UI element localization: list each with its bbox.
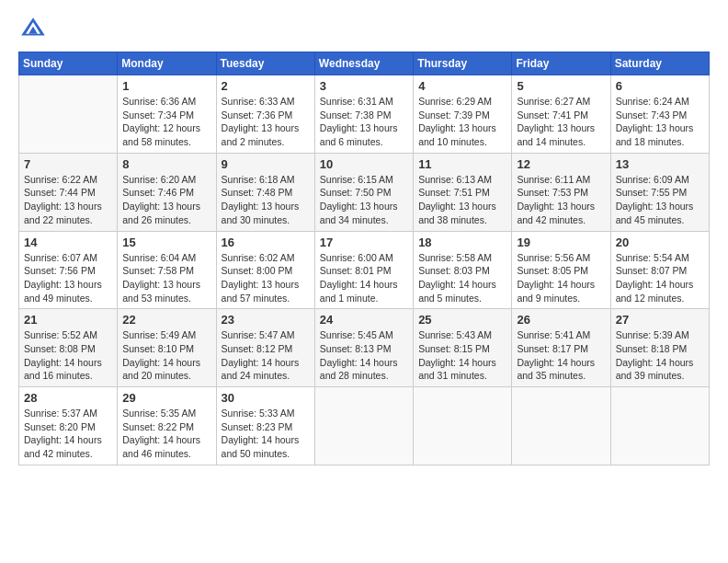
day-number: 15 (122, 236, 210, 249)
col-header-wednesday: Wednesday (314, 52, 413, 75)
col-header-saturday: Saturday (610, 52, 709, 75)
calendar-cell (512, 387, 610, 465)
day-number: 12 (517, 157, 605, 171)
calendar-cell: 5Sunrise: 6:27 AMSunset: 7:41 PMDaylight… (512, 75, 610, 154)
calendar-cell: 17Sunrise: 6:00 AMSunset: 8:01 PMDayligh… (314, 231, 413, 309)
week-row-1: 7Sunrise: 6:22 AMSunset: 7:44 PMDaylight… (19, 153, 710, 231)
day-info: Sunrise: 5:39 AMSunset: 8:18 PMDaylight:… (616, 328, 704, 383)
day-info: Sunrise: 5:52 AMSunset: 8:08 PMDaylight:… (24, 328, 112, 383)
calendar-cell: 9Sunrise: 6:18 AMSunset: 7:48 PMDaylight… (216, 153, 314, 231)
day-number: 2 (222, 79, 310, 93)
calendar-cell: 3Sunrise: 6:31 AMSunset: 7:38 PMDaylight… (314, 75, 413, 154)
header-row: SundayMondayTuesdayWednesdayThursdayFrid… (19, 52, 710, 75)
day-info: Sunrise: 6:04 AMSunset: 7:58 PMDaylight:… (122, 251, 210, 305)
calendar-cell (414, 387, 512, 465)
day-info: Sunrise: 6:22 AMSunset: 7:44 PMDaylight:… (24, 173, 112, 227)
week-row-0: 1Sunrise: 6:36 AMSunset: 7:34 PMDaylight… (19, 75, 710, 154)
day-number: 13 (616, 157, 704, 171)
calendar-cell: 11Sunrise: 6:13 AMSunset: 7:51 PMDayligh… (414, 153, 512, 231)
day-number: 26 (517, 313, 605, 327)
day-info: Sunrise: 6:02 AMSunset: 8:00 PMDaylight:… (222, 251, 310, 305)
day-number: 17 (320, 236, 408, 249)
calendar-cell: 16Sunrise: 6:02 AMSunset: 8:00 PMDayligh… (216, 231, 314, 309)
day-number: 29 (122, 391, 210, 405)
calendar-cell: 20Sunrise: 5:54 AMSunset: 8:07 PMDayligh… (610, 231, 709, 309)
day-info: Sunrise: 5:47 AMSunset: 8:12 PMDaylight:… (222, 328, 310, 383)
day-info: Sunrise: 6:27 AMSunset: 7:41 PMDaylight:… (517, 95, 605, 149)
calendar-cell: 4Sunrise: 6:29 AMSunset: 7:39 PMDaylight… (414, 75, 512, 154)
day-number: 25 (418, 313, 506, 327)
day-number: 5 (517, 79, 605, 93)
week-row-4: 28Sunrise: 5:37 AMSunset: 8:20 PMDayligh… (19, 387, 710, 465)
day-info: Sunrise: 6:15 AMSunset: 7:50 PMDaylight:… (320, 173, 408, 227)
col-header-friday: Friday (512, 52, 610, 75)
day-info: Sunrise: 6:07 AMSunset: 7:56 PMDaylight:… (24, 251, 112, 305)
day-number: 14 (24, 236, 112, 249)
day-number: 27 (616, 313, 704, 327)
day-number: 28 (24, 391, 112, 405)
calendar-cell: 26Sunrise: 5:41 AMSunset: 8:17 PMDayligh… (512, 309, 610, 387)
day-number: 11 (418, 157, 506, 171)
calendar-cell: 7Sunrise: 6:22 AMSunset: 7:44 PMDaylight… (19, 153, 118, 231)
calendar-cell: 27Sunrise: 5:39 AMSunset: 8:18 PMDayligh… (610, 309, 709, 387)
page: SundayMondayTuesdayWednesdayThursdayFrid… (0, 0, 728, 563)
day-info: Sunrise: 5:43 AMSunset: 8:15 PMDaylight:… (418, 328, 506, 383)
col-header-thursday: Thursday (414, 52, 512, 75)
day-info: Sunrise: 5:35 AMSunset: 8:22 PMDaylight:… (122, 407, 210, 461)
calendar-cell: 10Sunrise: 6:15 AMSunset: 7:50 PMDayligh… (314, 153, 413, 231)
day-info: Sunrise: 5:41 AMSunset: 8:17 PMDaylight:… (517, 328, 605, 383)
calendar-cell: 22Sunrise: 5:49 AMSunset: 8:10 PMDayligh… (118, 309, 216, 387)
day-number: 23 (222, 313, 310, 327)
day-number: 4 (418, 79, 506, 93)
day-number: 21 (24, 313, 112, 327)
day-info: Sunrise: 5:33 AMSunset: 8:23 PMDaylight:… (222, 407, 310, 461)
day-info: Sunrise: 6:24 AMSunset: 7:43 PMDaylight:… (616, 95, 704, 149)
day-info: Sunrise: 6:20 AMSunset: 7:46 PMDaylight:… (122, 173, 210, 227)
day-info: Sunrise: 5:58 AMSunset: 8:03 PMDaylight:… (418, 251, 506, 305)
calendar-cell: 18Sunrise: 5:58 AMSunset: 8:03 PMDayligh… (414, 231, 512, 309)
calendar-cell: 23Sunrise: 5:47 AMSunset: 8:12 PMDayligh… (216, 309, 314, 387)
day-number: 30 (222, 391, 310, 405)
calendar: SundayMondayTuesdayWednesdayThursdayFrid… (18, 52, 710, 465)
day-number: 8 (122, 157, 210, 171)
day-number: 3 (320, 79, 408, 93)
calendar-cell (314, 387, 413, 465)
day-number: 19 (517, 236, 605, 249)
col-header-sunday: Sunday (19, 52, 118, 75)
calendar-cell: 29Sunrise: 5:35 AMSunset: 8:22 PMDayligh… (118, 387, 216, 465)
day-number: 9 (222, 157, 310, 171)
day-info: Sunrise: 6:33 AMSunset: 7:36 PMDaylight:… (222, 95, 310, 149)
day-info: Sunrise: 5:54 AMSunset: 8:07 PMDaylight:… (616, 251, 704, 305)
week-row-2: 14Sunrise: 6:07 AMSunset: 7:56 PMDayligh… (19, 231, 710, 309)
header (18, 15, 710, 44)
calendar-cell: 15Sunrise: 6:04 AMSunset: 7:58 PMDayligh… (118, 231, 216, 309)
day-info: Sunrise: 6:00 AMSunset: 8:01 PMDaylight:… (320, 251, 408, 305)
day-info: Sunrise: 5:49 AMSunset: 8:10 PMDaylight:… (122, 328, 210, 383)
calendar-cell (19, 75, 118, 154)
day-info: Sunrise: 5:56 AMSunset: 8:05 PMDaylight:… (517, 251, 605, 305)
day-number: 18 (418, 236, 506, 249)
calendar-cell: 25Sunrise: 5:43 AMSunset: 8:15 PMDayligh… (414, 309, 512, 387)
logo-icon (18, 15, 48, 44)
day-info: Sunrise: 6:18 AMSunset: 7:48 PMDaylight:… (222, 173, 310, 227)
day-number: 20 (616, 236, 704, 249)
day-info: Sunrise: 5:45 AMSunset: 8:13 PMDaylight:… (320, 328, 408, 383)
day-number: 16 (222, 236, 310, 249)
calendar-cell: 19Sunrise: 5:56 AMSunset: 8:05 PMDayligh… (512, 231, 610, 309)
day-number: 24 (320, 313, 408, 327)
day-info: Sunrise: 6:36 AMSunset: 7:34 PMDaylight:… (122, 95, 210, 149)
day-info: Sunrise: 6:29 AMSunset: 7:39 PMDaylight:… (418, 95, 506, 149)
calendar-cell: 24Sunrise: 5:45 AMSunset: 8:13 PMDayligh… (314, 309, 413, 387)
day-info: Sunrise: 6:13 AMSunset: 7:51 PMDaylight:… (418, 173, 506, 227)
col-header-monday: Monday (118, 52, 216, 75)
col-header-tuesday: Tuesday (216, 52, 314, 75)
calendar-cell (610, 387, 709, 465)
day-number: 10 (320, 157, 408, 171)
calendar-cell: 6Sunrise: 6:24 AMSunset: 7:43 PMDaylight… (610, 75, 709, 154)
day-info: Sunrise: 5:37 AMSunset: 8:20 PMDaylight:… (24, 407, 112, 461)
calendar-cell: 21Sunrise: 5:52 AMSunset: 8:08 PMDayligh… (19, 309, 118, 387)
day-number: 7 (24, 157, 112, 171)
day-number: 22 (122, 313, 210, 327)
calendar-cell: 8Sunrise: 6:20 AMSunset: 7:46 PMDaylight… (118, 153, 216, 231)
week-row-3: 21Sunrise: 5:52 AMSunset: 8:08 PMDayligh… (19, 309, 710, 387)
